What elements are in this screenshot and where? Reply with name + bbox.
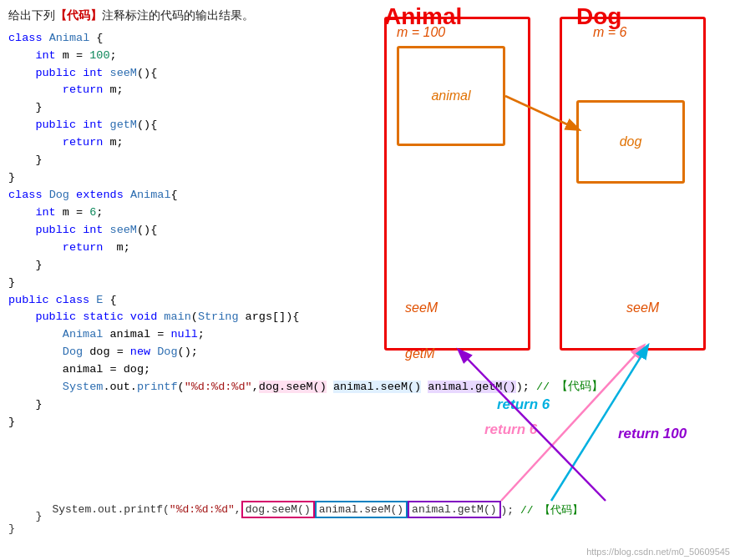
code-block: class Animal { int m = 100; public int s…	[8, 30, 351, 431]
animal-inner-box: animal	[397, 46, 505, 146]
diagram-area: Animal Dog m = 100 m = 6 animal dog seeM…	[359, 0, 735, 560]
animal-inner-label: animal	[431, 88, 470, 103]
method-call-bar: System.out.printf("%d:%d:%d", dog.seeM()…	[0, 501, 735, 518]
animal-seem-call: animal.seeM()	[315, 501, 408, 518]
code-area: 给出下列【代码】注释标注的代码的输出结果。 class Animal { int…	[0, 0, 359, 438]
seem-dog-label: seeM	[626, 300, 659, 315]
svg-line-2	[551, 346, 647, 501]
return-100-purple-label: return 100	[618, 426, 687, 442]
getm-animal-label: getM	[405, 346, 435, 361]
call-suffix: ); // 【代码】	[501, 502, 584, 517]
return-6-cyan-label: return 6	[497, 396, 550, 413]
dog-inner-box: dog	[576, 100, 685, 184]
animal-getm-call: animal.getM()	[408, 501, 500, 518]
instruction-text: 给出下列【代码】注释标注的代码的输出结果。	[8, 7, 351, 25]
m6-label: m = 6	[593, 25, 626, 40]
m100-label: m = 100	[397, 25, 445, 40]
seem-animal-label: seeM	[405, 300, 438, 315]
dog-seem-call: dog.seeM()	[241, 501, 315, 518]
code-tag: 【代码】	[55, 8, 102, 22]
closing-braces: }}	[8, 510, 43, 535]
dog-inner-label: dog	[620, 134, 642, 149]
return-6-pink-label: return 6	[484, 421, 537, 438]
watermark: https://blog.csdn.net/m0_50609545	[586, 547, 730, 557]
